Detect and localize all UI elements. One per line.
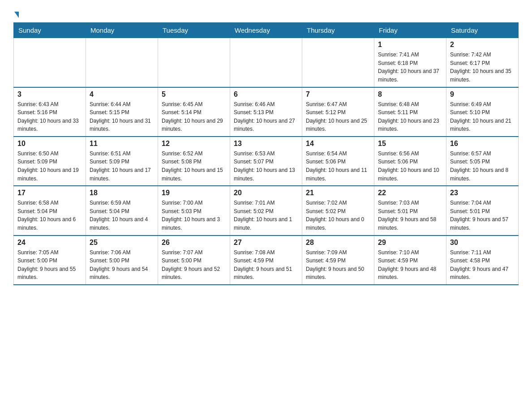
- calendar-cell: 11Sunrise: 6:51 AM Sunset: 5:09 PM Dayli…: [86, 137, 158, 186]
- calendar-table: SundayMondayTuesdayWednesdayThursdayFrid…: [13, 22, 519, 285]
- calendar-cell: 7Sunrise: 6:47 AM Sunset: 5:12 PM Daylig…: [302, 87, 374, 137]
- day-info: Sunrise: 6:44 AM Sunset: 5:15 PM Dayligh…: [90, 100, 154, 133]
- calendar-cell: 5Sunrise: 6:45 AM Sunset: 5:14 PM Daylig…: [158, 87, 230, 137]
- day-info: Sunrise: 6:46 AM Sunset: 5:13 PM Dayligh…: [234, 100, 298, 133]
- day-number: 22: [378, 189, 442, 197]
- calendar-cell: [230, 38, 302, 87]
- weekday-header-sunday: Sunday: [14, 23, 86, 38]
- calendar-cell: 4Sunrise: 6:44 AM Sunset: 5:15 PM Daylig…: [86, 87, 158, 137]
- day-info: Sunrise: 6:47 AM Sunset: 5:12 PM Dayligh…: [306, 100, 370, 133]
- calendar-cell: 9Sunrise: 6:49 AM Sunset: 5:10 PM Daylig…: [446, 87, 519, 137]
- weekday-header-friday: Friday: [374, 23, 446, 38]
- calendar-cell: 13Sunrise: 6:53 AM Sunset: 5:07 PM Dayli…: [230, 137, 302, 186]
- day-info: Sunrise: 7:10 AM Sunset: 4:59 PM Dayligh…: [378, 248, 442, 282]
- day-info: Sunrise: 6:52 AM Sunset: 5:08 PM Dayligh…: [162, 150, 226, 183]
- day-number: 18: [90, 189, 154, 197]
- day-number: 2: [450, 41, 515, 49]
- day-info: Sunrise: 6:54 AM Sunset: 5:06 PM Dayligh…: [306, 150, 370, 183]
- calendar-cell: [302, 38, 374, 87]
- day-info: Sunrise: 6:48 AM Sunset: 5:11 PM Dayligh…: [378, 100, 442, 133]
- day-number: 8: [378, 90, 442, 98]
- calendar-cell: 16Sunrise: 6:57 AM Sunset: 5:05 PM Dayli…: [446, 137, 519, 186]
- day-number: 12: [162, 140, 226, 148]
- day-info: Sunrise: 7:03 AM Sunset: 5:01 PM Dayligh…: [378, 199, 442, 232]
- weekday-header-tuesday: Tuesday: [158, 23, 230, 38]
- day-info: Sunrise: 7:09 AM Sunset: 4:59 PM Dayligh…: [306, 248, 370, 282]
- day-number: 24: [17, 239, 82, 247]
- day-info: Sunrise: 6:53 AM Sunset: 5:07 PM Dayligh…: [234, 150, 298, 183]
- calendar-cell: 20Sunrise: 7:01 AM Sunset: 5:02 PM Dayli…: [230, 186, 302, 235]
- day-number: 26: [162, 239, 226, 247]
- day-info: Sunrise: 7:06 AM Sunset: 5:00 PM Dayligh…: [90, 248, 154, 282]
- calendar-cell: 29Sunrise: 7:10 AM Sunset: 4:59 PM Dayli…: [374, 235, 446, 285]
- day-info: Sunrise: 7:04 AM Sunset: 5:01 PM Dayligh…: [450, 199, 515, 232]
- weekday-header-monday: Monday: [86, 23, 158, 38]
- day-number: 9: [450, 90, 515, 98]
- day-info: Sunrise: 6:51 AM Sunset: 5:09 PM Dayligh…: [90, 150, 154, 183]
- day-number: 23: [450, 189, 515, 197]
- calendar-cell: 17Sunrise: 6:58 AM Sunset: 5:04 PM Dayli…: [14, 186, 86, 235]
- calendar-cell: [158, 38, 230, 87]
- day-number: 21: [306, 189, 370, 197]
- day-info: Sunrise: 6:58 AM Sunset: 5:04 PM Dayligh…: [17, 199, 82, 232]
- calendar-body: 1Sunrise: 7:41 AM Sunset: 6:18 PM Daylig…: [14, 38, 519, 285]
- calendar-cell: 3Sunrise: 6:43 AM Sunset: 5:16 PM Daylig…: [14, 87, 86, 137]
- day-info: Sunrise: 7:00 AM Sunset: 5:03 PM Dayligh…: [162, 199, 226, 232]
- day-number: 17: [17, 189, 82, 197]
- calendar-cell: 12Sunrise: 6:52 AM Sunset: 5:08 PM Dayli…: [158, 137, 230, 186]
- calendar-cell: 21Sunrise: 7:02 AM Sunset: 5:02 PM Dayli…: [302, 186, 374, 235]
- day-number: 7: [306, 90, 370, 98]
- day-info: Sunrise: 7:41 AM Sunset: 6:18 PM Dayligh…: [378, 51, 442, 84]
- calendar-cell: 28Sunrise: 7:09 AM Sunset: 4:59 PM Dayli…: [302, 235, 374, 285]
- weekday-header-thursday: Thursday: [302, 23, 374, 38]
- day-number: 28: [306, 239, 370, 247]
- day-info: Sunrise: 7:07 AM Sunset: 5:00 PM Dayligh…: [162, 248, 226, 282]
- day-info: Sunrise: 7:42 AM Sunset: 6:17 PM Dayligh…: [450, 51, 515, 84]
- day-info: Sunrise: 6:43 AM Sunset: 5:16 PM Dayligh…: [17, 100, 82, 133]
- day-number: 29: [378, 239, 442, 247]
- day-info: Sunrise: 6:50 AM Sunset: 5:09 PM Dayligh…: [17, 150, 82, 183]
- day-info: Sunrise: 6:45 AM Sunset: 5:14 PM Dayligh…: [162, 100, 226, 133]
- calendar-cell: 26Sunrise: 7:07 AM Sunset: 5:00 PM Dayli…: [158, 235, 230, 285]
- day-number: 11: [90, 140, 154, 148]
- day-number: 27: [234, 239, 298, 247]
- day-info: Sunrise: 7:02 AM Sunset: 5:02 PM Dayligh…: [306, 199, 370, 232]
- calendar-cell: 22Sunrise: 7:03 AM Sunset: 5:01 PM Dayli…: [374, 186, 446, 235]
- day-number: 1: [378, 41, 442, 49]
- day-number: 5: [162, 90, 226, 98]
- day-number: 4: [90, 90, 154, 98]
- day-number: 20: [234, 189, 298, 197]
- day-number: 3: [17, 90, 82, 98]
- logo: [13, 9, 19, 18]
- day-info: Sunrise: 7:11 AM Sunset: 4:58 PM Dayligh…: [450, 248, 515, 282]
- day-info: Sunrise: 6:59 AM Sunset: 5:04 PM Dayligh…: [90, 199, 154, 232]
- calendar-cell: 8Sunrise: 6:48 AM Sunset: 5:11 PM Daylig…: [374, 87, 446, 137]
- calendar-cell: 15Sunrise: 6:56 AM Sunset: 5:06 PM Dayli…: [374, 137, 446, 186]
- day-info: Sunrise: 6:56 AM Sunset: 5:06 PM Dayligh…: [378, 150, 442, 183]
- calendar-cell: 1Sunrise: 7:41 AM Sunset: 6:18 PM Daylig…: [374, 38, 446, 87]
- calendar-week-row: 24Sunrise: 7:05 AM Sunset: 5:00 PM Dayli…: [14, 235, 519, 285]
- day-number: 25: [90, 239, 154, 247]
- day-number: 16: [450, 140, 515, 148]
- calendar-cell: 23Sunrise: 7:04 AM Sunset: 5:01 PM Dayli…: [446, 186, 519, 235]
- calendar-cell: [14, 38, 86, 87]
- day-number: 15: [378, 140, 442, 148]
- day-number: 30: [450, 239, 515, 247]
- day-info: Sunrise: 7:01 AM Sunset: 5:02 PM Dayligh…: [234, 199, 298, 232]
- calendar-cell: 18Sunrise: 6:59 AM Sunset: 5:04 PM Dayli…: [86, 186, 158, 235]
- weekday-header-wednesday: Wednesday: [230, 23, 302, 38]
- calendar-cell: 19Sunrise: 7:00 AM Sunset: 5:03 PM Dayli…: [158, 186, 230, 235]
- page-header: [13, 9, 519, 18]
- logo-triangle-icon: [14, 12, 19, 18]
- calendar-cell: 6Sunrise: 6:46 AM Sunset: 5:13 PM Daylig…: [230, 87, 302, 137]
- calendar-cell: 30Sunrise: 7:11 AM Sunset: 4:58 PM Dayli…: [446, 235, 519, 285]
- calendar-cell: 25Sunrise: 7:06 AM Sunset: 5:00 PM Dayli…: [86, 235, 158, 285]
- calendar-header: SundayMondayTuesdayWednesdayThursdayFrid…: [14, 23, 519, 38]
- calendar-cell: 2Sunrise: 7:42 AM Sunset: 6:17 PM Daylig…: [446, 38, 519, 87]
- calendar-week-row: 17Sunrise: 6:58 AM Sunset: 5:04 PM Dayli…: [14, 186, 519, 235]
- calendar-cell: 24Sunrise: 7:05 AM Sunset: 5:00 PM Dayli…: [14, 235, 86, 285]
- day-info: Sunrise: 6:57 AM Sunset: 5:05 PM Dayligh…: [450, 150, 515, 183]
- day-number: 19: [162, 189, 226, 197]
- calendar-cell: 27Sunrise: 7:08 AM Sunset: 4:59 PM Dayli…: [230, 235, 302, 285]
- calendar-week-row: 10Sunrise: 6:50 AM Sunset: 5:09 PM Dayli…: [14, 137, 519, 186]
